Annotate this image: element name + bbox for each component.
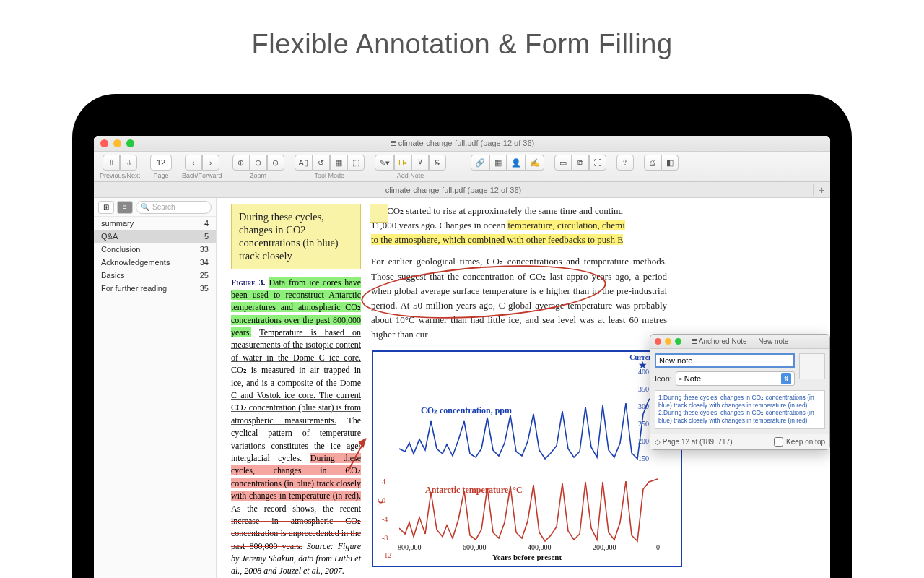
page-field[interactable]: 12 [150, 155, 172, 171]
tick: -4 [382, 515, 388, 523]
app-window: ≣ climate-change-full.pdf (page 12 of 36… [94, 136, 830, 578]
tab-title[interactable]: climate-change-full.pdf (page 12 of 36) [94, 186, 813, 194]
forward-button[interactable]: › [202, 155, 219, 171]
zoom-fit-button[interactable]: ⊙ [267, 155, 284, 171]
note-strike-button[interactable]: S̶ [429, 155, 446, 171]
signature-button[interactable]: ✍ [526, 155, 544, 171]
co2-line [399, 371, 659, 465]
print-button[interactable]: 🖨 [644, 155, 661, 171]
view-full-button[interactable]: ⛶ [589, 155, 606, 171]
sidebar-search-input[interactable]: 🔍Search [136, 201, 212, 214]
outline-item[interactable]: Q&A5 [94, 230, 216, 243]
toolbar-label: Add Note [397, 172, 424, 179]
arrow-annotation[interactable] [346, 436, 368, 473]
search-icon: 🔍 [141, 203, 149, 211]
note-icon-select[interactable]: ▫ Note ⇅ [676, 371, 795, 386]
sticky-note-annotation[interactable] [370, 204, 388, 223]
underline-annotation[interactable]: Temperature is based on measurements of … [231, 327, 361, 426]
share-button[interactable]: ⇪ [616, 155, 634, 171]
toolbar-label: Zoom [250, 172, 266, 179]
svg-marker-1 [359, 439, 365, 447]
list-item: 1.During these cycles, changes in CO₂ co… [658, 394, 821, 409]
note-location: ◇ Page 12 at (189, 717) [655, 438, 733, 446]
note-icon-label: Icon: [655, 374, 672, 383]
tick: -8 [382, 534, 388, 542]
sidebar-thumbnail-view[interactable]: ⊞ [98, 201, 114, 214]
new-tab-button[interactable]: + [813, 184, 830, 196]
keep-on-top-checkbox[interactable]: Keep on top [774, 437, 825, 447]
outline-item[interactable]: summary4 [94, 217, 216, 230]
list-item: 2.During these cycles, changes in CO₂ co… [658, 409, 821, 424]
note-text-list[interactable]: 1.During these cycles, changes in CO₂ co… [655, 390, 825, 429]
note-title-input[interactable] [655, 353, 795, 368]
outline-item[interactable]: For further reading35 [94, 282, 216, 295]
outline-item[interactable]: Acknowledgements34 [94, 256, 216, 269]
highlight-yellow[interactable]: temperature, circulation, chemi [507, 220, 624, 230]
previous-page-button[interactable]: ⇧ [103, 155, 120, 171]
tabbar: climate-change-full.pdf (page 12 of 36) … [94, 182, 830, 198]
toolbar: ⇧ ⇩ Previous/Next 12 Page ‹ › Back/Forwa… [94, 152, 830, 182]
view-single-button[interactable]: ▭ [554, 155, 572, 171]
titlebar: ≣ climate-change-full.pdf (page 12 of 36… [94, 136, 830, 152]
note-preview [799, 353, 825, 379]
outline-item[interactable]: Conclusion33 [94, 243, 216, 256]
sidebar-outline-view[interactable]: ≡ [117, 201, 133, 214]
note-highlight-button[interactable]: H▪ [394, 155, 411, 171]
tool-crop-button[interactable]: ⬚ [347, 155, 365, 171]
tool-select-button[interactable]: ▦ [330, 155, 347, 171]
figure-chart: Current ★ CO₂ concentration, ppm Antarct… [372, 350, 682, 567]
note-underline-button[interactable]: ⊻ [411, 155, 429, 171]
toolbar-label: Previous/Next [100, 172, 140, 179]
panel-button[interactable]: ◧ [661, 155, 679, 171]
back-button[interactable]: ‹ [185, 155, 202, 171]
temp-line [399, 478, 659, 557]
tick: 4 [382, 478, 385, 486]
anchored-note-window[interactable]: ≣ Anchored Note — New note Icon: ▫ Note … [650, 334, 830, 450]
toolbar-label: Tool Mode [314, 172, 344, 179]
marketing-title: Flexible Annotation & Form Filling [0, 0, 924, 60]
link-button[interactable]: 🔗 [471, 155, 489, 171]
tool-move-button[interactable]: ↺ [313, 155, 330, 171]
note-pencil-button[interactable]: ✎▾ [375, 155, 394, 171]
zoom-out-button[interactable]: ⊖ [250, 155, 267, 171]
note-title: ≣ Anchored Note — New note [650, 337, 829, 345]
chevron-updown-icon: ⇅ [781, 373, 791, 384]
outline-item[interactable]: Basics25 [94, 269, 216, 282]
tick: 0 [382, 496, 385, 504]
user-button[interactable]: 👤 [507, 155, 526, 171]
toolbar-label: Back/Forward [182, 172, 222, 179]
view-facing-button[interactable]: ⧉ [572, 155, 589, 171]
window-title: ≣ climate-change-full.pdf (page 12 of 36… [94, 139, 830, 148]
zoom-in-button[interactable]: ⊕ [232, 155, 250, 171]
callout-annotation[interactable]: During these cycles, changes in CO2 conc… [231, 204, 361, 269]
device-frame: ≣ climate-change-full.pdf (page 12 of 36… [72, 94, 852, 578]
sidebar: ⊞ ≡ 🔍Search summary4 Q&A5 Conclusion33 A… [94, 198, 217, 578]
toolbar-label: Page [154, 172, 169, 179]
tool-text-button[interactable]: A▯ [295, 155, 313, 171]
highlight-yellow[interactable]: to the atmosphere, which combined with o… [371, 234, 623, 245]
next-page-button[interactable]: ⇩ [120, 155, 137, 171]
image-button[interactable]: ▦ [489, 155, 507, 171]
figure-caption: Figure 3. Data from ice cores have been … [231, 277, 361, 578]
